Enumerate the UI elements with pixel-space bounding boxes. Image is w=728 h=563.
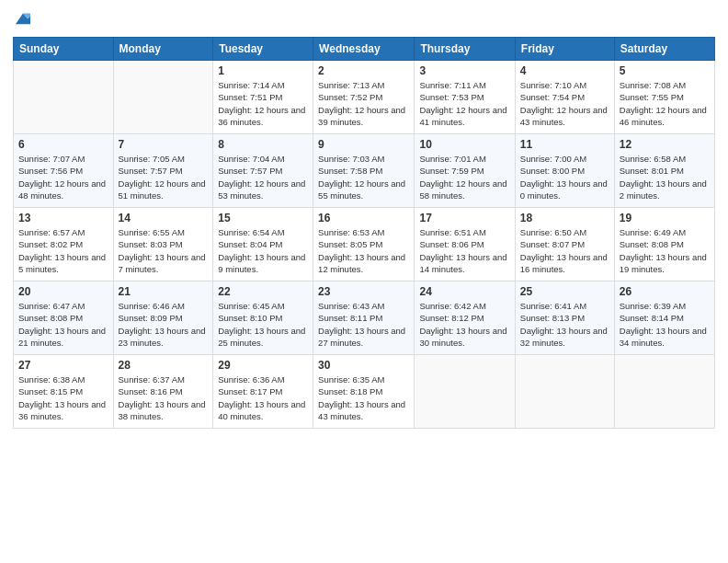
day-number: 7	[119, 138, 209, 151]
day-number: 1	[218, 64, 308, 77]
calendar-cell: 8Sunrise: 7:04 AM Sunset: 7:57 PM Daylig…	[213, 134, 313, 208]
day-info: Sunrise: 7:08 AM Sunset: 7:55 PM Dayligh…	[620, 79, 710, 128]
day-number: 25	[520, 285, 609, 298]
calendar-cell: 20Sunrise: 6:47 AM Sunset: 8:08 PM Dayli…	[14, 282, 114, 355]
calendar-cell: 7Sunrise: 7:05 AM Sunset: 7:57 PM Daylig…	[113, 134, 213, 208]
calendar-cell	[113, 61, 213, 134]
day-info: Sunrise: 6:54 AM Sunset: 8:04 PM Dayligh…	[218, 226, 308, 275]
calendar-week-row: 27Sunrise: 6:38 AM Sunset: 8:15 PM Dayli…	[14, 355, 715, 429]
calendar-cell: 29Sunrise: 6:36 AM Sunset: 8:17 PM Dayli…	[213, 355, 313, 429]
day-info: Sunrise: 6:38 AM Sunset: 8:15 PM Dayligh…	[18, 373, 108, 422]
day-number: 26	[620, 285, 710, 298]
weekday-header-friday: Friday	[515, 38, 614, 61]
day-number: 3	[419, 64, 509, 77]
calendar-cell: 5Sunrise: 7:08 AM Sunset: 7:55 PM Daylig…	[614, 61, 714, 134]
day-info: Sunrise: 6:53 AM Sunset: 8:05 PM Dayligh…	[318, 226, 409, 275]
calendar-cell: 17Sunrise: 6:51 AM Sunset: 8:06 PM Dayli…	[415, 208, 515, 282]
calendar-cell: 27Sunrise: 6:38 AM Sunset: 8:15 PM Dayli…	[14, 355, 114, 429]
calendar-cell: 23Sunrise: 6:43 AM Sunset: 8:11 PM Dayli…	[313, 282, 415, 355]
calendar-cell: 14Sunrise: 6:55 AM Sunset: 8:03 PM Dayli…	[113, 208, 213, 282]
day-number: 16	[318, 212, 409, 224]
calendar-cell	[14, 61, 114, 134]
calendar-cell: 2Sunrise: 7:13 AM Sunset: 7:52 PM Daylig…	[313, 61, 415, 134]
weekday-header-monday: Monday	[113, 38, 213, 61]
day-number: 28	[119, 359, 209, 372]
day-info: Sunrise: 6:50 AM Sunset: 8:07 PM Dayligh…	[520, 226, 609, 275]
calendar-cell: 19Sunrise: 6:49 AM Sunset: 8:08 PM Dayli…	[614, 208, 714, 282]
day-info: Sunrise: 6:49 AM Sunset: 8:08 PM Dayligh…	[620, 226, 710, 275]
calendar-cell: 13Sunrise: 6:57 AM Sunset: 8:02 PM Dayli…	[14, 208, 114, 282]
calendar-cell	[415, 355, 515, 429]
day-info: Sunrise: 6:47 AM Sunset: 8:08 PM Dayligh…	[18, 300, 108, 349]
weekday-header-wednesday: Wednesday	[313, 38, 415, 61]
page-container: SundayMondayTuesdayWednesdayThursdayFrid…	[0, 0, 728, 563]
day-info: Sunrise: 7:00 AM Sunset: 8:00 PM Dayligh…	[520, 153, 609, 201]
page-header	[13, 9, 715, 29]
day-info: Sunrise: 6:43 AM Sunset: 8:11 PM Dayligh…	[318, 300, 409, 349]
calendar-cell: 10Sunrise: 7:01 AM Sunset: 7:59 PM Dayli…	[415, 134, 515, 208]
day-number: 23	[318, 285, 409, 298]
day-number: 17	[419, 212, 509, 224]
day-info: Sunrise: 6:45 AM Sunset: 8:10 PM Dayligh…	[218, 300, 308, 349]
day-info: Sunrise: 6:57 AM Sunset: 8:02 PM Dayligh…	[18, 226, 108, 275]
calendar-cell: 25Sunrise: 6:41 AM Sunset: 8:13 PM Dayli…	[515, 282, 614, 355]
day-info: Sunrise: 7:05 AM Sunset: 7:57 PM Dayligh…	[119, 153, 209, 201]
day-number: 2	[318, 64, 409, 77]
calendar-cell: 22Sunrise: 6:45 AM Sunset: 8:10 PM Dayli…	[213, 282, 313, 355]
logo	[13, 9, 35, 29]
day-number: 4	[520, 64, 609, 77]
day-info: Sunrise: 7:01 AM Sunset: 7:59 PM Dayligh…	[419, 153, 509, 201]
calendar-cell	[515, 355, 614, 429]
day-info: Sunrise: 7:13 AM Sunset: 7:52 PM Dayligh…	[318, 79, 409, 128]
calendar-cell: 26Sunrise: 6:39 AM Sunset: 8:14 PM Dayli…	[614, 282, 714, 355]
day-info: Sunrise: 6:36 AM Sunset: 8:17 PM Dayligh…	[218, 373, 308, 422]
calendar-table: SundayMondayTuesdayWednesdayThursdayFrid…	[13, 37, 715, 429]
day-number: 30	[318, 359, 409, 372]
day-number: 14	[119, 212, 209, 224]
day-number: 24	[419, 285, 509, 298]
calendar-week-row: 1Sunrise: 7:14 AM Sunset: 7:51 PM Daylig…	[14, 61, 715, 134]
day-number: 5	[620, 64, 710, 77]
day-info: Sunrise: 6:35 AM Sunset: 8:18 PM Dayligh…	[318, 373, 409, 422]
day-info: Sunrise: 6:51 AM Sunset: 8:06 PM Dayligh…	[419, 226, 509, 275]
calendar-cell: 15Sunrise: 6:54 AM Sunset: 8:04 PM Dayli…	[213, 208, 313, 282]
weekday-header-thursday: Thursday	[415, 38, 515, 61]
day-number: 18	[520, 212, 609, 224]
calendar-cell: 6Sunrise: 7:07 AM Sunset: 7:56 PM Daylig…	[14, 134, 114, 208]
calendar-cell: 4Sunrise: 7:10 AM Sunset: 7:54 PM Daylig…	[515, 61, 614, 134]
calendar-cell: 28Sunrise: 6:37 AM Sunset: 8:16 PM Dayli…	[113, 355, 213, 429]
day-number: 19	[620, 212, 710, 224]
day-info: Sunrise: 7:03 AM Sunset: 7:58 PM Dayligh…	[318, 153, 409, 201]
logo-icon	[13, 9, 33, 29]
calendar-header-row: SundayMondayTuesdayWednesdayThursdayFrid…	[14, 38, 715, 61]
day-info: Sunrise: 6:46 AM Sunset: 8:09 PM Dayligh…	[119, 300, 209, 349]
day-info: Sunrise: 7:07 AM Sunset: 7:56 PM Dayligh…	[18, 153, 108, 201]
day-number: 21	[119, 285, 209, 298]
day-info: Sunrise: 6:55 AM Sunset: 8:03 PM Dayligh…	[119, 226, 209, 275]
calendar-cell: 18Sunrise: 6:50 AM Sunset: 8:07 PM Dayli…	[515, 208, 614, 282]
day-info: Sunrise: 6:58 AM Sunset: 8:01 PM Dayligh…	[620, 153, 710, 201]
calendar-cell: 21Sunrise: 6:46 AM Sunset: 8:09 PM Dayli…	[113, 282, 213, 355]
day-number: 29	[218, 359, 308, 372]
weekday-header-sunday: Sunday	[14, 38, 114, 61]
day-info: Sunrise: 6:39 AM Sunset: 8:14 PM Dayligh…	[620, 300, 710, 349]
calendar-cell: 16Sunrise: 6:53 AM Sunset: 8:05 PM Dayli…	[313, 208, 415, 282]
day-number: 6	[18, 138, 108, 151]
day-number: 9	[318, 138, 409, 151]
day-number: 12	[620, 138, 710, 151]
calendar-cell: 1Sunrise: 7:14 AM Sunset: 7:51 PM Daylig…	[213, 61, 313, 134]
day-info: Sunrise: 6:42 AM Sunset: 8:12 PM Dayligh…	[419, 300, 509, 349]
calendar-cell: 9Sunrise: 7:03 AM Sunset: 7:58 PM Daylig…	[313, 134, 415, 208]
calendar-cell: 12Sunrise: 6:58 AM Sunset: 8:01 PM Dayli…	[614, 134, 714, 208]
calendar-cell: 24Sunrise: 6:42 AM Sunset: 8:12 PM Dayli…	[415, 282, 515, 355]
day-number: 20	[18, 285, 108, 298]
calendar-week-row: 13Sunrise: 6:57 AM Sunset: 8:02 PM Dayli…	[14, 208, 715, 282]
calendar-cell: 30Sunrise: 6:35 AM Sunset: 8:18 PM Dayli…	[313, 355, 415, 429]
day-info: Sunrise: 6:37 AM Sunset: 8:16 PM Dayligh…	[119, 373, 209, 422]
day-info: Sunrise: 6:41 AM Sunset: 8:13 PM Dayligh…	[520, 300, 609, 349]
day-number: 15	[218, 212, 308, 224]
day-info: Sunrise: 7:10 AM Sunset: 7:54 PM Dayligh…	[520, 79, 609, 128]
day-number: 8	[218, 138, 308, 151]
day-number: 27	[18, 359, 108, 372]
calendar-week-row: 6Sunrise: 7:07 AM Sunset: 7:56 PM Daylig…	[14, 134, 715, 208]
